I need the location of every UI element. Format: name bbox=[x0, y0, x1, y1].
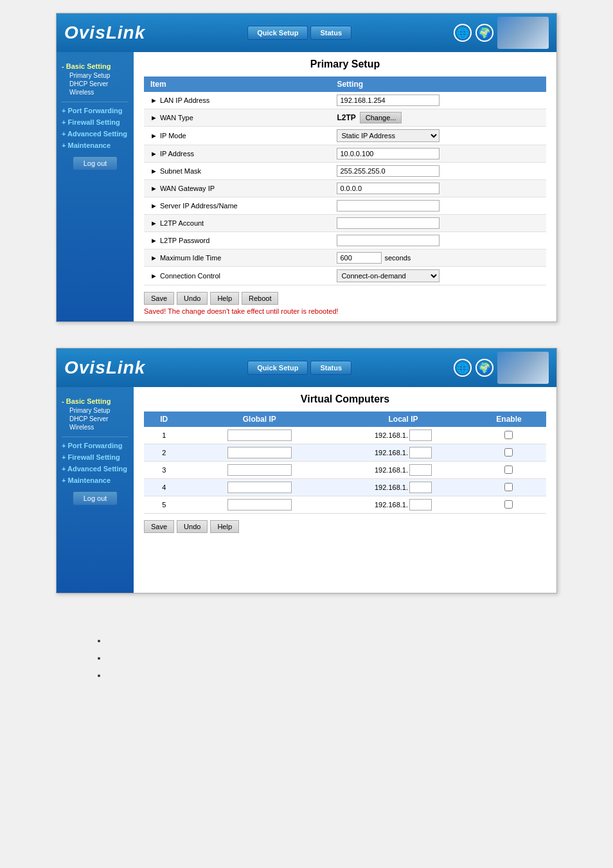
vc-enable-2 bbox=[472, 462, 546, 479]
item-value-8 bbox=[330, 232, 546, 249]
sidebar-portforwarding[interactable]: + Port Forwarding bbox=[57, 105, 134, 116]
vc-col-2: Local IP bbox=[335, 411, 472, 427]
select-10[interactable]: Connect-on-demand bbox=[337, 269, 440, 282]
panel2-save-btn[interactable]: Save bbox=[144, 520, 174, 533]
vc-global-input-0[interactable] bbox=[227, 429, 292, 441]
idle-input[interactable] bbox=[337, 252, 382, 264]
sidebar-div1 bbox=[62, 102, 129, 102]
panel2-advancedsetting[interactable]: + Advanced Setting bbox=[57, 463, 134, 475]
input-8[interactable] bbox=[337, 235, 440, 246]
panel2-sidebar-wireless[interactable]: Wireless bbox=[62, 423, 129, 431]
panel2-help-btn[interactable]: Help bbox=[210, 520, 239, 533]
bullet-item-3 bbox=[107, 667, 519, 684]
vc-global-0 bbox=[184, 427, 335, 444]
globe-icon-3: 🌐 bbox=[454, 359, 472, 377]
vc-global-input-2[interactable] bbox=[227, 464, 292, 476]
vc-local-input-2[interactable] bbox=[409, 464, 432, 476]
vc-enable-0 bbox=[472, 427, 546, 444]
vc-local-prefix-0: 192.168.1. bbox=[375, 431, 408, 439]
sidebar-basic-title: - Basic Setting bbox=[62, 61, 129, 71]
item-value-6 bbox=[330, 197, 546, 215]
sidebar-item-primary[interactable]: Primary Setup bbox=[62, 71, 129, 80]
vc-enable-checkbox-2[interactable] bbox=[504, 466, 513, 474]
panel1-reboot-btn[interactable]: Reboot bbox=[242, 292, 278, 305]
sidebar-basic-section: - Basic Setting Primary Setup DHCP Serve… bbox=[57, 59, 134, 99]
input-5[interactable] bbox=[337, 183, 440, 194]
item-value-4 bbox=[330, 163, 546, 180]
vc-local-input-1[interactable] bbox=[409, 447, 432, 458]
vc-enable-checkbox-0[interactable] bbox=[504, 431, 513, 439]
globe-icon-2: 🌍 bbox=[475, 24, 493, 42]
vc-col-0: ID bbox=[144, 411, 184, 427]
vc-id-4: 5 bbox=[144, 496, 184, 514]
panel2-undo-btn[interactable]: Undo bbox=[177, 520, 208, 533]
sidebar-item-dhcp[interactable]: DHCP Server bbox=[62, 80, 129, 88]
header-photo-1 bbox=[497, 17, 549, 49]
panel2-buttons: Save Undo Help bbox=[144, 520, 546, 533]
vc-local-input-0[interactable] bbox=[409, 429, 432, 441]
panel1-help-btn[interactable]: Help bbox=[210, 292, 239, 305]
item-label-0: ►LAN IP Address bbox=[144, 92, 330, 109]
sidebar-maintenance[interactable]: + Maintenance bbox=[57, 140, 134, 151]
vc-local-2: 192.168.1. bbox=[335, 462, 472, 479]
vc-local-input-4[interactable] bbox=[409, 499, 432, 511]
panel2-sidebar-dhcp[interactable]: DHCP Server bbox=[62, 415, 129, 423]
panel1: OvisLink Quick Setup Status 🌐 🌍 - Basic … bbox=[56, 13, 557, 322]
vc-global-input-4[interactable] bbox=[227, 499, 292, 511]
panel2-sidebar: - Basic Setting Primary Setup DHCP Serve… bbox=[57, 387, 134, 593]
vc-global-1 bbox=[184, 444, 335, 462]
seconds-label: seconds bbox=[384, 254, 411, 262]
vc-table: IDGlobal IPLocal IPEnable 1192.168.1.219… bbox=[144, 411, 546, 514]
vc-enable-checkbox-3[interactable] bbox=[504, 483, 513, 491]
input-7[interactable] bbox=[337, 217, 440, 229]
sidebar-div2 bbox=[62, 437, 129, 437]
item-label-2: ►IP Mode bbox=[144, 127, 330, 145]
change-btn[interactable]: Change... bbox=[360, 112, 402, 123]
input-4[interactable] bbox=[337, 165, 440, 177]
item-value-7 bbox=[330, 215, 546, 232]
item-value-1: L2TPChange... bbox=[330, 109, 546, 127]
panel2-quicksetup-btn[interactable]: Quick Setup bbox=[247, 361, 308, 375]
panel2-header-icons: 🌐 🌍 bbox=[454, 352, 549, 384]
sidebar-firewallsetting[interactable]: + Firewall Setting bbox=[57, 116, 134, 128]
panel2-firewallsetting[interactable]: + Firewall Setting bbox=[57, 451, 134, 463]
panel1-sidebar: - Basic Setting Primary Setup DHCP Serve… bbox=[57, 52, 134, 321]
col-setting: Setting bbox=[330, 77, 546, 92]
input-3[interactable] bbox=[337, 148, 440, 159]
vc-global-input-3[interactable] bbox=[227, 482, 292, 493]
vc-local-input-3[interactable] bbox=[409, 482, 432, 493]
sidebar-item-wireless[interactable]: Wireless bbox=[62, 88, 129, 96]
sidebar-advancedsetting[interactable]: + Advanced Setting bbox=[57, 128, 134, 140]
bullet-section bbox=[56, 619, 557, 697]
panel1-status-btn[interactable]: Status bbox=[310, 26, 351, 40]
input-0[interactable] bbox=[337, 95, 440, 106]
vc-global-3 bbox=[184, 479, 335, 496]
select-2[interactable]: Static IP Address bbox=[337, 129, 440, 142]
item-value-0 bbox=[330, 92, 546, 109]
vc-enable-checkbox-4[interactable] bbox=[504, 500, 513, 509]
panel2-portforwarding[interactable]: + Port Forwarding bbox=[57, 440, 134, 451]
vc-global-input-1[interactable] bbox=[227, 447, 292, 458]
panel1-save-btn[interactable]: Save bbox=[144, 292, 174, 305]
bullet-item-1 bbox=[107, 632, 519, 649]
input-6[interactable] bbox=[337, 200, 440, 212]
item-label-5: ►WAN Gateway IP bbox=[144, 180, 330, 197]
item-label-6: ►Server IP Address/Name bbox=[144, 197, 330, 215]
panel1-undo-btn[interactable]: Undo bbox=[177, 292, 208, 305]
vc-enable-checkbox-1[interactable] bbox=[504, 448, 513, 457]
item-value-5 bbox=[330, 180, 546, 197]
vc-local-prefix-4: 192.168.1. bbox=[375, 501, 408, 509]
globe-icon-4: 🌍 bbox=[475, 359, 493, 377]
vc-local-0: 192.168.1. bbox=[335, 427, 472, 444]
settings-table: Item Setting ►LAN IP Address►WAN TypeL2T… bbox=[144, 77, 546, 285]
panel2-maintenance[interactable]: + Maintenance bbox=[57, 475, 134, 486]
panel1-logout-btn[interactable]: Log out bbox=[73, 156, 118, 170]
vc-id-1: 2 bbox=[144, 444, 184, 462]
item-value-9: seconds bbox=[330, 249, 546, 267]
panel1-logo: OvisLink bbox=[64, 23, 145, 43]
panel2-logout-btn[interactable]: Log out bbox=[73, 491, 118, 505]
panel2-sidebar-primary[interactable]: Primary Setup bbox=[62, 406, 129, 415]
panel1-quicksetup-btn[interactable]: Quick Setup bbox=[247, 26, 308, 40]
panel2-status-btn[interactable]: Status bbox=[310, 361, 351, 375]
item-value-3 bbox=[330, 145, 546, 163]
